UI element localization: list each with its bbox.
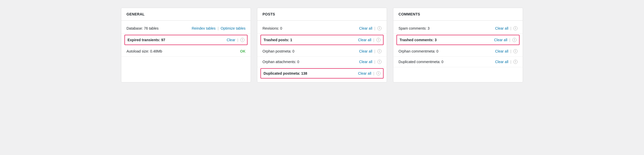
panel-body-comments: Spam comments: 3Clear all|iTrashed comme…: [393, 21, 523, 70]
info-icon-trashed-posts[interactable]: i: [376, 38, 380, 42]
panel-title-general: GENERAL: [126, 12, 245, 16]
action-link-database-0[interactable]: Reindex tables: [192, 26, 216, 30]
action-link-trashed-comments-0[interactable]: Clear all: [494, 38, 507, 42]
row-actions-orphan-commentmeta: Clear all|i: [495, 49, 518, 53]
row-label-autoload-size: Autoload size: 0.48Mb: [126, 49, 162, 53]
info-icon-spam-comments[interactable]: i: [513, 26, 518, 30]
row-actions-orphan-postmeta: Clear all|i: [359, 49, 382, 53]
panel-body-posts: Revisions: 0Clear all|iTrashed posts: 1C…: [257, 21, 387, 82]
row-orphan-postmeta: Orphan postmeta: 0Clear all|i: [257, 46, 387, 57]
panel-general: GENERALDatabase: 76 tablesReindex tables…: [121, 8, 251, 82]
info-icon-orphan-attachments[interactable]: i: [377, 60, 382, 64]
panel-header-comments: COMMENTS: [393, 8, 523, 21]
row-label-orphan-postmeta: Orphan postmeta: 0: [262, 49, 294, 53]
row-database: Database: 76 tablesReindex tables|Optimi…: [121, 23, 251, 34]
action-link-database-2[interactable]: Optimize tables: [221, 26, 245, 30]
row-trashed-comments: Trashed comments: 3Clear all|i: [396, 35, 520, 45]
row-actions-orphan-attachments: Clear all|i: [359, 60, 382, 64]
panel-title-comments: COMMENTS: [399, 12, 518, 16]
row-actions-expired-transients: Clear|i: [227, 38, 244, 42]
row-orphan-commentmeta: Orphan commentmeta: 0Clear all|i: [393, 46, 523, 57]
row-label-database: Database: 76 tables: [126, 26, 159, 30]
action-link-orphan-commentmeta-0[interactable]: Clear all: [495, 49, 508, 53]
action-link-trashed-posts-0[interactable]: Clear all: [358, 38, 371, 42]
separator-revisions-1: |: [374, 26, 375, 30]
action-link-revisions-0[interactable]: Clear all: [359, 26, 372, 30]
row-actions-trashed-comments: Clear all|i: [494, 38, 516, 42]
row-label-revisions: Revisions: 0: [262, 26, 282, 30]
separator-trashed-comments-1: |: [509, 38, 510, 42]
panel-body-general: Database: 76 tablesReindex tables|Optimi…: [121, 21, 251, 59]
info-icon-duplicated-postmeta[interactable]: i: [376, 71, 380, 75]
panel-posts: POSTSRevisions: 0Clear all|iTrashed post…: [257, 8, 387, 82]
info-icon-orphan-commentmeta[interactable]: i: [513, 49, 518, 53]
row-actions-autoload-size: OK: [240, 49, 245, 53]
row-label-trashed-posts: Trashed posts: 1: [264, 38, 292, 42]
info-icon-trashed-comments[interactable]: i: [512, 38, 516, 42]
info-icon-duplicated-commentmeta[interactable]: i: [513, 60, 518, 64]
row-trashed-posts: Trashed posts: 1Clear all|i: [260, 35, 384, 45]
row-spam-comments: Spam comments: 3Clear all|i: [393, 23, 523, 34]
separator-orphan-commentmeta-1: |: [510, 49, 511, 53]
row-label-spam-comments: Spam comments: 3: [399, 26, 430, 30]
row-orphan-attachments: Orphan attachments: 0Clear all|i: [257, 57, 387, 67]
row-duplicated-commentmeta: Duplicated commentmeta: 0Clear all|i: [393, 57, 523, 67]
separator-trashed-posts-1: |: [373, 38, 374, 42]
row-actions-database: Reindex tables|Optimize tables: [192, 26, 245, 30]
info-icon-expired-transients[interactable]: i: [240, 38, 244, 42]
row-actions-trashed-posts: Clear all|i: [358, 38, 380, 42]
panel-header-general: GENERAL: [121, 8, 251, 21]
action-link-orphan-attachments-0[interactable]: Clear all: [359, 60, 372, 64]
row-label-duplicated-commentmeta: Duplicated commentmeta: 0: [399, 60, 443, 64]
panel-title-posts: POSTS: [262, 12, 382, 16]
row-duplicated-postmeta: Duplicated postmeta: 138Clear all|i: [260, 68, 384, 79]
status-ok-autoload-size: OK: [240, 49, 245, 53]
action-link-expired-transients-0[interactable]: Clear: [227, 38, 235, 42]
row-label-trashed-comments: Trashed comments: 3: [400, 38, 437, 42]
panel-comments: COMMENTSSpam comments: 3Clear all|iTrash…: [393, 8, 523, 82]
action-link-spam-comments-0[interactable]: Clear all: [495, 26, 508, 30]
separator-duplicated-commentmeta-1: |: [510, 60, 511, 64]
row-label-duplicated-postmeta: Duplicated postmeta: 138: [264, 71, 307, 75]
action-link-orphan-postmeta-0[interactable]: Clear all: [359, 49, 372, 53]
row-label-orphan-commentmeta: Orphan commentmeta: 0: [399, 49, 438, 53]
separator-orphan-attachments-1: |: [374, 60, 375, 64]
separator-duplicated-postmeta-1: |: [373, 71, 374, 75]
row-label-orphan-attachments: Orphan attachments: 0: [262, 60, 299, 64]
row-label-expired-transients: Expired transients: 97: [128, 38, 165, 42]
info-icon-orphan-postmeta[interactable]: i: [377, 49, 382, 53]
panels-container: GENERALDatabase: 76 tablesReindex tables…: [121, 8, 523, 82]
action-link-duplicated-commentmeta-0[interactable]: Clear all: [495, 60, 508, 64]
panel-header-posts: POSTS: [257, 8, 387, 21]
info-icon-revisions[interactable]: i: [377, 26, 382, 30]
row-actions-duplicated-postmeta: Clear all|i: [358, 71, 380, 75]
row-actions-revisions: Clear all|i: [359, 26, 382, 30]
separator-database-1: |: [218, 26, 219, 30]
row-autoload-size: Autoload size: 0.48MbOK: [121, 46, 251, 57]
row-actions-spam-comments: Clear all|i: [495, 26, 518, 30]
separator-expired-transients-1: |: [237, 38, 238, 42]
separator-orphan-postmeta-1: |: [374, 49, 375, 53]
row-revisions: Revisions: 0Clear all|i: [257, 23, 387, 34]
row-expired-transients: Expired transients: 97Clear|i: [124, 35, 248, 45]
action-link-duplicated-postmeta-0[interactable]: Clear all: [358, 71, 371, 75]
separator-spam-comments-1: |: [510, 26, 511, 30]
row-actions-duplicated-commentmeta: Clear all|i: [495, 60, 518, 64]
